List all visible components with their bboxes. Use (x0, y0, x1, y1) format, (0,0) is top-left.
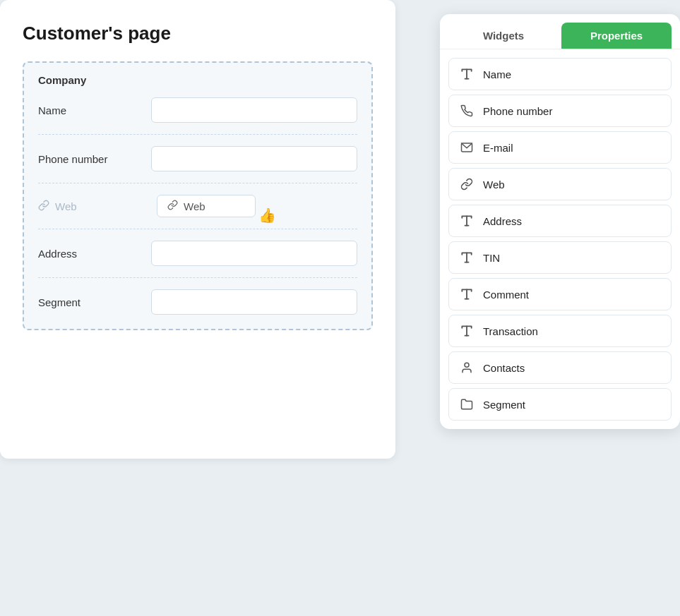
panel-items: Name Phone number E-mail (440, 49, 680, 429)
segment-row: Segment (38, 289, 357, 315)
web-box-label: Web (184, 200, 205, 212)
panel-item-comment[interactable]: Comment (448, 278, 672, 310)
contacts-icon (459, 360, 475, 375)
properties-panel: Widgets Properties Name Phone number (440, 14, 680, 429)
panel-item-web[interactable]: Web (448, 168, 672, 200)
tin-icon (459, 250, 475, 265)
email-icon (459, 140, 475, 155)
panel-tabs: Widgets Properties (440, 14, 680, 49)
link-icon (167, 200, 178, 212)
svg-point-11 (465, 363, 469, 367)
panel-item-email-label: E-mail (483, 142, 513, 154)
panel-item-comment-label: Comment (483, 289, 529, 301)
panel-item-name[interactable]: Name (448, 58, 672, 90)
panel-item-contacts-label: Contacts (483, 362, 525, 374)
panel-item-segment-label: Segment (483, 399, 525, 411)
name-input[interactable] (151, 97, 357, 123)
panel-item-phone[interactable]: Phone number (448, 95, 672, 127)
segment-icon (459, 397, 475, 412)
panel-item-web-label: Web (483, 179, 505, 191)
panel-item-transaction[interactable]: Transaction (448, 315, 672, 347)
address-row: Address (38, 241, 357, 278)
segment-label: Segment (38, 296, 151, 308)
tab-widgets[interactable]: Widgets (448, 23, 559, 49)
comment-icon (459, 286, 475, 302)
text-icon (459, 66, 475, 82)
address-input[interactable] (151, 241, 357, 266)
phone-input[interactable] (151, 146, 357, 171)
panel-item-tin[interactable]: TIN (448, 241, 672, 274)
link-icon-small (38, 200, 49, 213)
phone-label: Phone number (38, 153, 151, 165)
page-title: Customer's page (23, 23, 373, 44)
panel-item-tin-label: TIN (483, 252, 500, 264)
name-label: Name (38, 104, 151, 116)
panel-item-address-label: Address (483, 215, 522, 227)
address-icon (459, 213, 475, 229)
panel-item-name-label: Name (483, 68, 511, 80)
web-link-icon (459, 176, 475, 192)
address-label: Address (38, 248, 151, 260)
phone-icon (459, 103, 475, 119)
web-box[interactable]: Web 👍 (157, 195, 256, 217)
panel-item-segment[interactable]: Segment (448, 388, 672, 421)
phone-row: Phone number (38, 146, 357, 183)
panel-item-phone-label: Phone number (483, 105, 552, 117)
pointer-cursor: 👍 (258, 207, 276, 224)
web-placeholder-text: Web (55, 200, 77, 212)
section-label: Company (38, 74, 357, 86)
transaction-icon (459, 323, 475, 339)
panel-item-email[interactable]: E-mail (448, 131, 672, 164)
panel-item-address[interactable]: Address (448, 205, 672, 237)
segment-input[interactable] (151, 289, 357, 315)
panel-item-transaction-label: Transaction (483, 325, 538, 337)
customers-panel: Customer's page Company Name Phone numbe… (0, 0, 395, 459)
web-placeholder: Web (38, 200, 151, 213)
tab-properties[interactable]: Properties (561, 23, 672, 49)
form-section: Company Name Phone number Web (23, 61, 373, 330)
panel-item-contacts[interactable]: Contacts (448, 351, 672, 384)
name-row: Name (38, 97, 357, 135)
web-row: Web Web 👍 (38, 195, 357, 229)
